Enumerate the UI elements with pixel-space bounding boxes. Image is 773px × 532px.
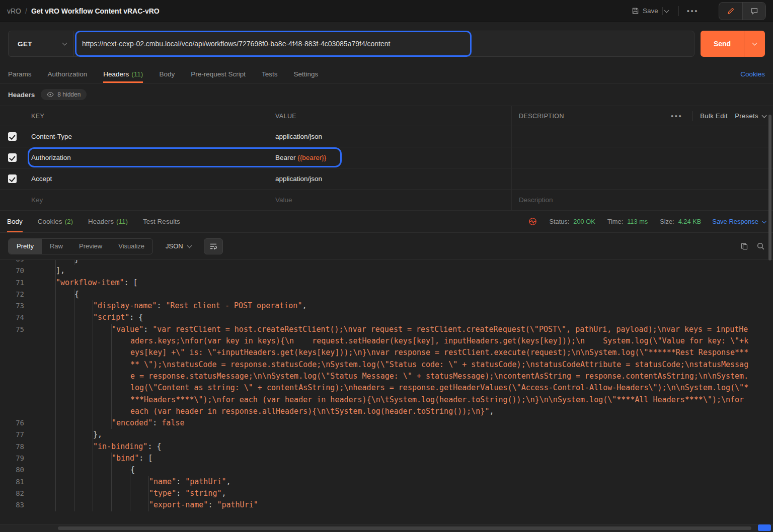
view-preview-button[interactable]: Preview xyxy=(71,239,110,254)
header-value[interactable]: application/json xyxy=(275,133,322,140)
edit-documentation-button[interactable] xyxy=(719,3,742,20)
table-more-button[interactable]: ••• xyxy=(668,112,685,120)
header-key[interactable]: Accept xyxy=(31,175,52,183)
code-line: 71"workflow-item": [ xyxy=(0,277,752,289)
indent-guides xyxy=(37,324,112,417)
response-tab-body[interactable]: Body xyxy=(7,211,23,232)
row-checkbox[interactable] xyxy=(8,153,17,162)
divider xyxy=(678,6,679,16)
request-tabs: Params Authorization Headers (11) Body P… xyxy=(0,65,773,83)
app-topbar: vRO / Get vRO Workflow Content vRAC-vRO … xyxy=(0,0,773,22)
header-row-authorization: Authorization Bearer {{bearer}} xyxy=(0,147,773,168)
presets-button[interactable]: Presets xyxy=(735,112,766,120)
code-text: "workflow-item": [ xyxy=(56,277,752,289)
column-value: VALUE xyxy=(275,113,296,120)
column-key: KEY xyxy=(31,113,44,120)
header-key[interactable]: Content-Type xyxy=(31,133,72,140)
key-placeholder-input[interactable]: Key xyxy=(31,196,43,204)
view-visualize-button[interactable]: Visualize xyxy=(110,239,152,254)
save-response-button[interactable]: Save Response xyxy=(712,218,766,225)
eye-icon xyxy=(47,92,54,97)
tab-headers[interactable]: Headers (11) xyxy=(103,65,143,83)
line-number: 83 xyxy=(0,499,24,511)
cookies-count-badge: (2) xyxy=(65,218,73,225)
code-text: { xyxy=(74,289,752,300)
request-title: Get vRO Workflow Content vRAC-vRO xyxy=(31,7,160,15)
row-checkbox[interactable] xyxy=(8,174,17,183)
tab-pre-request-script[interactable]: Pre-request Script xyxy=(191,65,246,83)
chevron-down-icon xyxy=(762,113,767,118)
url-input[interactable]: https://next-cexp-02.cmbu.local/vco/api/… xyxy=(74,31,694,56)
horizontal-scrollbar[interactable] xyxy=(58,526,751,530)
tab-authorization[interactable]: Authorization xyxy=(48,65,88,83)
response-status-bar: Status: 200 OK Time: 113 ms Size: 4.24 K… xyxy=(528,211,766,232)
view-raw-button[interactable]: Raw xyxy=(42,239,71,254)
code-line: 82"type": "string", xyxy=(0,488,752,499)
code-text: { xyxy=(130,464,752,476)
breadcrumb-workspace[interactable]: vRO xyxy=(7,7,21,15)
row-checkbox[interactable] xyxy=(8,132,17,141)
send-options-button[interactable] xyxy=(744,31,765,57)
headers-section-title: Headers xyxy=(8,91,35,99)
size-value: 4.24 KB xyxy=(678,218,702,225)
response-headers-count-badge: (11) xyxy=(116,218,128,225)
breadcrumb: vRO / Get vRO Workflow Content vRAC-vRO xyxy=(7,7,160,15)
code-line: 79"bind": [ xyxy=(0,453,752,464)
format-select[interactable]: JSON xyxy=(159,238,198,254)
view-pretty-button[interactable]: Pretty xyxy=(9,239,42,254)
bulk-edit-button[interactable]: Bulk Edit xyxy=(700,112,728,120)
save-options-button[interactable] xyxy=(662,7,673,15)
response-tab-headers[interactable]: Headers (11) xyxy=(88,211,128,232)
chevron-down-icon xyxy=(664,8,669,13)
search-button[interactable] xyxy=(756,242,765,250)
save-button[interactable]: Save xyxy=(628,4,662,18)
header-value[interactable]: application/json xyxy=(275,175,322,183)
header-description[interactable] xyxy=(512,168,773,189)
size-label: Size: xyxy=(660,218,674,225)
comment-icon xyxy=(750,7,758,15)
send-button[interactable]: Send xyxy=(701,31,744,57)
line-number: 80 xyxy=(0,464,24,476)
value-placeholder-input[interactable]: Value xyxy=(275,196,292,204)
more-options-button[interactable]: ••• xyxy=(684,7,702,15)
status-label: Status: xyxy=(549,218,569,225)
time-value: 113 ms xyxy=(627,218,648,225)
description-placeholder-input[interactable]: Description xyxy=(519,196,553,204)
line-number: 79 xyxy=(0,453,24,464)
response-tab-test-results[interactable]: Test Results xyxy=(143,211,180,232)
header-key[interactable]: Authorization xyxy=(31,154,71,161)
indent-guides xyxy=(37,429,93,440)
response-meta-bar: Body Cookies (2) Headers (11) Test Resul… xyxy=(0,211,773,233)
vertical-scrollbar[interactable] xyxy=(768,115,771,260)
method-select[interactable]: GET xyxy=(9,31,74,56)
tab-params[interactable]: Params xyxy=(8,65,32,83)
hidden-headers-label: 8 hidden xyxy=(57,91,81,98)
response-toolbar: Pretty Raw Preview Visualize JSON xyxy=(0,233,773,260)
header-value[interactable]: Bearer {{bearer}} xyxy=(275,154,326,161)
line-number: 73 xyxy=(0,300,24,312)
code-line: 78"in-binding": { xyxy=(0,441,752,453)
indent-guides xyxy=(37,441,93,453)
tab-tests[interactable]: Tests xyxy=(262,65,278,83)
tab-body[interactable]: Body xyxy=(159,65,175,83)
indent-guides xyxy=(37,300,93,312)
save-icon xyxy=(632,7,639,15)
comments-button[interactable] xyxy=(742,3,765,20)
wrap-text-button[interactable] xyxy=(204,238,223,254)
response-tab-cookies[interactable]: Cookies (2) xyxy=(38,211,73,232)
network-icon[interactable] xyxy=(528,217,537,226)
cookies-link[interactable]: Cookies xyxy=(740,65,765,83)
line-number: 69 xyxy=(0,260,24,265)
response-body-viewer[interactable]: 69}70],71"workflow-item": [72{73"display… xyxy=(0,260,773,525)
code-line: 72{ xyxy=(0,289,752,300)
code-line: 77}, xyxy=(0,429,752,440)
table-header-row: KEY VALUE DESCRIPTION ••• Bulk Edit Pres… xyxy=(0,106,773,126)
copy-button[interactable] xyxy=(740,242,748,250)
column-description: DESCRIPTION xyxy=(519,113,564,120)
toggle-hidden-headers-button[interactable]: 8 hidden xyxy=(41,89,87,100)
tab-settings[interactable]: Settings xyxy=(293,65,318,83)
header-row-content-type: Content-Type application/json xyxy=(0,126,773,147)
header-description[interactable] xyxy=(512,147,773,168)
header-description[interactable] xyxy=(512,126,773,147)
line-number: 75 xyxy=(0,324,24,417)
